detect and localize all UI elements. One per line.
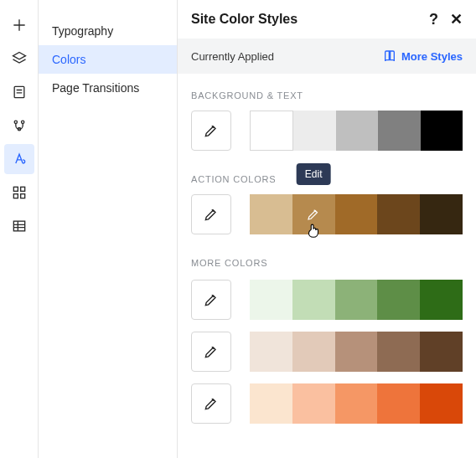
swatch-more1-4[interactable] (377, 280, 420, 320)
cursor-hand-icon (304, 221, 323, 239)
svg-rect-8 (13, 221, 24, 231)
more-colors-row-1 (191, 280, 463, 320)
svg-rect-7 (20, 194, 24, 198)
swatch-more3-2[interactable] (292, 383, 335, 424)
swatch-more2-1[interactable] (250, 332, 292, 372)
swatch-action-2[interactable]: Edit (292, 194, 335, 234)
pencil-icon (203, 343, 220, 360)
swatch-more1-5[interactable] (420, 280, 463, 320)
help-icon[interactable]: ? (429, 12, 438, 27)
subnav-item-page-transitions[interactable]: Page Transitions (39, 74, 177, 102)
edit-background-button[interactable] (191, 111, 231, 151)
svg-rect-6 (13, 194, 18, 198)
background-text-label: BACKGROUND & TEXT (191, 90, 463, 100)
rail-app-market-icon[interactable] (4, 111, 34, 141)
more-colors-label: MORE COLORS (191, 258, 463, 268)
swatch-bg-2[interactable] (293, 111, 335, 151)
more-colors-section: MORE COLORS (191, 258, 463, 424)
swatch-more1-1[interactable] (250, 280, 292, 320)
book-icon (383, 49, 396, 63)
background-text-row (191, 111, 463, 151)
rail-table-icon[interactable] (4, 211, 34, 241)
edit-more-1-button[interactable] (191, 280, 231, 320)
edit-more-2-button[interactable] (191, 332, 231, 372)
action-colors-section: ACTION COLORS Edit (191, 174, 463, 234)
swatch-action-5[interactable] (420, 194, 463, 234)
pencil-icon (306, 207, 321, 222)
more-colors-row-3 (191, 383, 463, 424)
more-colors-1-swatches (250, 280, 463, 320)
rail-add-icon[interactable] (4, 10, 34, 40)
rail-layers-icon[interactable] (4, 44, 34, 74)
svg-rect-5 (20, 187, 24, 191)
rail-grid-icon[interactable] (4, 178, 34, 208)
pencil-icon (203, 206, 220, 223)
action-swatches: Edit (250, 194, 463, 234)
swatch-more3-3[interactable] (335, 383, 378, 424)
panel-header: Site Color Styles ? ✕ (178, 0, 476, 39)
panel-title: Site Color Styles (191, 12, 429, 27)
background-text-section: BACKGROUND & TEXT (191, 90, 463, 151)
swatch-action-1[interactable] (250, 194, 292, 234)
swatch-more3-1[interactable] (250, 383, 292, 424)
edit-more-3-button[interactable] (191, 383, 231, 424)
swatch-bg-3[interactable] (336, 111, 378, 151)
more-colors-row-2 (191, 332, 463, 372)
swatch-more2-4[interactable] (377, 332, 420, 372)
icon-rail (0, 0, 39, 458)
pencil-icon (203, 395, 220, 412)
action-colors-row: Edit (191, 194, 463, 234)
swatch-action-3[interactable] (335, 194, 378, 234)
swatch-more2-5[interactable] (420, 332, 463, 372)
swatch-more1-3[interactable] (335, 280, 378, 320)
pencil-icon (203, 291, 220, 308)
currently-applied-bar: Currently Applied More Styles (178, 39, 476, 74)
subnav-item-colors[interactable]: Colors (39, 45, 177, 74)
svg-point-2 (21, 121, 23, 123)
rail-page-icon[interactable] (4, 77, 34, 107)
pencil-icon (203, 122, 220, 139)
edit-action-button[interactable] (191, 194, 231, 234)
swatch-action-4[interactable] (377, 194, 420, 234)
swatch-more1-2[interactable] (292, 280, 335, 320)
currently-applied-label: Currently Applied (191, 50, 274, 63)
subnav: Typography Colors Page Transitions (39, 0, 177, 458)
svg-rect-0 (14, 86, 24, 97)
swatch-bg-4[interactable] (378, 111, 420, 151)
rail-text-style-icon[interactable] (4, 144, 34, 174)
swatch-more3-5[interactable] (420, 383, 463, 424)
swatch-more2-2[interactable] (292, 332, 335, 372)
svg-rect-4 (13, 187, 18, 191)
swatch-bg-5[interactable] (421, 111, 463, 151)
action-colors-label: ACTION COLORS (191, 174, 463, 184)
swatch-more2-3[interactable] (335, 332, 378, 372)
more-colors-3-swatches (250, 383, 463, 424)
subnav-item-typography[interactable]: Typography (39, 17, 177, 45)
background-swatches (250, 111, 463, 151)
color-styles-panel: Site Color Styles ? ✕ Currently Applied … (177, 0, 476, 458)
more-colors-2-swatches (250, 332, 463, 372)
more-styles-button[interactable]: More Styles (383, 49, 463, 63)
close-icon[interactable]: ✕ (450, 12, 463, 27)
svg-point-1 (14, 121, 17, 123)
swatch-bg-1[interactable] (250, 111, 293, 151)
swatch-more3-4[interactable] (377, 383, 420, 424)
more-styles-label: More Styles (401, 50, 463, 63)
